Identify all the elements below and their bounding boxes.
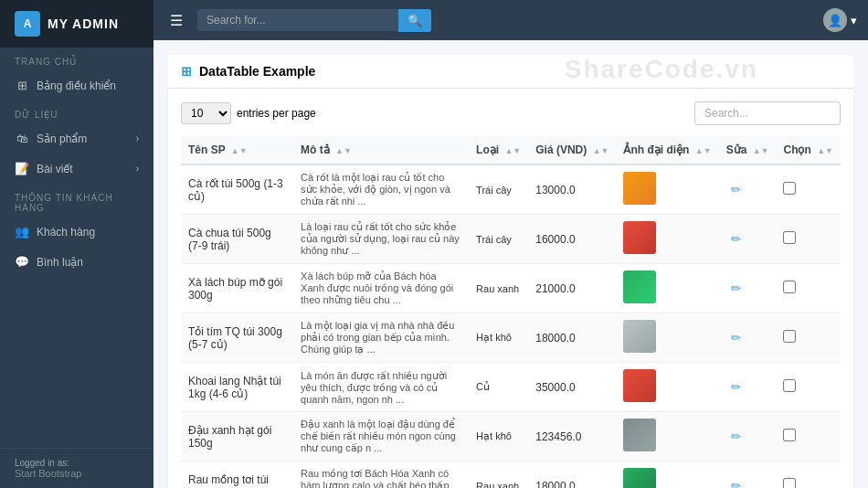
chevron-right-icon: › — [136, 164, 139, 174]
select-checkbox[interactable] — [783, 182, 796, 195]
chevron-down-icon: ▾ — [851, 14, 857, 27]
edit-button[interactable]: ✏ — [726, 329, 746, 346]
cell-mo-ta: Là loại rau củ rất tốt cho sức khỏe của … — [293, 215, 469, 264]
table-body: Cà rốt túi 500g (1-3 củ) Cà rốt là một l… — [181, 164, 841, 488]
table-row: Cà chua túi 500g (7-9 trái) Là loại rau … — [181, 215, 841, 264]
cell-gia: 18000.0 — [528, 313, 616, 363]
cell-loai: Trái cây — [469, 215, 528, 264]
cell-anh — [616, 264, 718, 313]
cell-anh — [616, 164, 718, 215]
edit-button[interactable]: ✏ — [726, 378, 746, 396]
topnav: ☰ 🔍 👤 ▾ — [153, 0, 868, 40]
data-table-card: 10 25 50 100 entries per page Tên SP — [168, 89, 853, 488]
sidebar-title: MY ADMIN — [48, 16, 119, 31]
search-input[interactable] — [197, 9, 398, 31]
cell-anh — [616, 215, 718, 264]
sidebar-item-label: Khách hàng — [37, 226, 95, 239]
product-image — [623, 172, 656, 205]
sort-icon: ▲▼ — [593, 146, 609, 155]
cell-loai: Củ — [469, 363, 528, 412]
cell-anh — [616, 461, 718, 489]
sort-icon: ▲▼ — [335, 146, 352, 155]
sidebar-item-label: Bình luận — [37, 256, 83, 269]
cell-mo-ta: Cà rốt là một loại rau củ tốt cho sức kh… — [293, 164, 469, 215]
table-row: Rau mồng tơi túi 300g Rau mồng tơi Bách … — [181, 461, 841, 489]
col-mo-ta: Mô tả ▲▼ — [293, 136, 469, 164]
sort-icon: ▲▼ — [753, 146, 769, 155]
select-checkbox[interactable] — [783, 478, 796, 488]
cell-sua: ✏ — [719, 313, 777, 363]
edit-button[interactable]: ✏ — [726, 181, 746, 198]
sidebar-item-bai-viet[interactable]: 📝 Bài viết › — [0, 154, 153, 184]
edit-button[interactable]: ✏ — [726, 428, 746, 445]
search-button[interactable]: 🔍 — [398, 9, 431, 32]
sidebar-item-label: Bảng điều khiển — [37, 80, 116, 92]
select-checkbox[interactable] — [783, 330, 796, 343]
cell-gia: 13000.0 — [528, 164, 616, 215]
cell-mo-ta: Là món ăn được rất nhiều người yêu thích… — [293, 363, 469, 412]
cell-ten-sp: Khoai lang Nhật túi 1kg (4-6 củ) — [181, 363, 293, 412]
cell-anh — [616, 412, 718, 461]
sidebar: A MY ADMIN TRANG CHỦ ⊞ Bảng điều khiển D… — [0, 0, 153, 488]
product-icon: 🛍 — [15, 132, 29, 145]
sidebar-item-label: Sản phẩm — [37, 133, 87, 145]
table-header-row: Tên SP ▲▼ Mô tả ▲▼ Loại ▲▼ Giá (VND) — [181, 136, 841, 164]
cell-ten-sp: Đậu xanh hạt gói 150g — [181, 412, 293, 461]
entries-select[interactable]: 10 25 50 100 — [181, 102, 231, 124]
data-table: Tên SP ▲▼ Mô tả ▲▼ Loại ▲▼ Giá (VND) — [181, 136, 841, 488]
cell-mo-ta: Xà lách búp mỡ của Bách hóa Xanh được nu… — [293, 264, 469, 313]
cell-ten-sp: Tỏi tím TQ túi 300g (5-7 củ) — [181, 313, 293, 363]
sidebar-footer: Logged in as: Start Bootstrap — [0, 448, 153, 488]
table-icon: ⊞ — [181, 64, 192, 79]
cell-anh — [616, 363, 718, 412]
sidebar-section-trangchu: TRANG CHỦ — [0, 48, 153, 70]
sidebar-item-bang-dieu-khien[interactable]: ⊞ Bảng điều khiển — [0, 70, 153, 101]
cell-chon — [776, 313, 841, 363]
sidebar-section-dulieu: DỮ LIỆU — [0, 101, 153, 123]
select-checkbox[interactable] — [783, 429, 796, 441]
cell-chon — [776, 264, 841, 313]
sidebar-item-san-pham[interactable]: 🛍 Sản phẩm › — [0, 123, 153, 154]
sort-icon: ▲▼ — [817, 146, 833, 155]
col-chon: Chọn ▲▼ — [776, 136, 841, 164]
select-checkbox[interactable] — [783, 379, 796, 392]
table-row: Đậu xanh hạt gói 150g Đậu xanh là một lo… — [181, 412, 841, 461]
product-image — [623, 271, 656, 303]
cell-sua: ✏ — [719, 363, 777, 412]
product-image — [623, 221, 656, 254]
cell-sua: ✏ — [719, 164, 777, 215]
cell-mo-ta: Rau mồng tơi Bách Hóa Xanh có hàm lượng … — [293, 461, 469, 489]
cell-gia: 16000.0 — [528, 215, 616, 264]
table-search-input[interactable] — [694, 101, 841, 125]
comment-icon: 💬 — [15, 255, 29, 269]
table-search-area — [694, 101, 841, 125]
username-label: Start Bootstrap — [15, 468, 139, 479]
sidebar-item-binh-luan[interactable]: 💬 Bình luận — [0, 247, 153, 277]
product-image — [623, 468, 656, 488]
table-row: Khoai lang Nhật túi 1kg (4-6 củ) Là món … — [181, 363, 841, 412]
entries-label: entries per page — [237, 107, 316, 120]
cell-loai: Trái cây — [469, 164, 528, 215]
cell-gia: 123456.0 — [528, 412, 616, 461]
edit-button[interactable]: ✏ — [726, 230, 746, 248]
cell-gia: 35000.0 — [528, 363, 616, 412]
sidebar-item-khach-hang[interactable]: 👥 Khách hàng — [0, 217, 153, 247]
product-image — [623, 419, 656, 451]
edit-button[interactable]: ✏ — [726, 280, 746, 297]
hamburger-icon[interactable]: ☰ — [164, 8, 188, 33]
edit-button[interactable]: ✏ — [726, 477, 746, 488]
select-checkbox[interactable] — [783, 281, 796, 293]
cell-ten-sp: Xà lách búp mỡ gói 300g — [181, 264, 293, 313]
cell-ten-sp: Rau mồng tơi túi 300g — [181, 461, 293, 489]
cell-chon — [776, 164, 841, 215]
entries-control: 10 25 50 100 entries per page — [181, 102, 316, 124]
content-header: ⊞ DataTable Example — [168, 55, 853, 89]
cell-chon — [776, 461, 841, 489]
user-menu[interactable]: 👤 ▾ — [823, 8, 857, 32]
sidebar-section-khachhang: THÔNG TIN KHÁCH HÀNG — [0, 184, 153, 217]
cell-sua: ✏ — [719, 461, 777, 489]
content-title: DataTable Example — [199, 64, 315, 79]
table-row: Xà lách búp mỡ gói 300g Xà lách búp mỡ c… — [181, 264, 841, 313]
select-checkbox[interactable] — [783, 231, 796, 244]
cell-loai: Hạt khô — [469, 313, 528, 363]
